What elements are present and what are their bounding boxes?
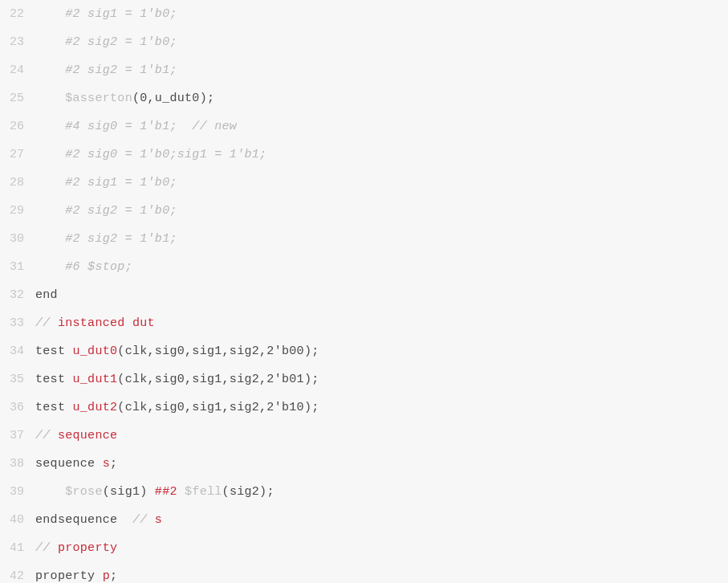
line-number: 22	[0, 0, 35, 28]
token: (clk,sig0,sig1,sig2,	[117, 344, 266, 358]
line-number: 25	[0, 84, 35, 112]
code-line: 35test u_dut1(clk,sig0,sig1,sig2,2'b01);	[0, 365, 728, 393]
line-number: 23	[0, 28, 35, 56]
token: //	[35, 541, 58, 555]
code-content: // sequence	[35, 422, 728, 450]
code-line: 24 #2 sig2 = 1'b1;	[0, 56, 728, 84]
code-line: 26 #4 sig0 = 1'b1; // new	[0, 112, 728, 141]
line-number: 35	[0, 365, 35, 393]
code-content: #2 sig1 = 1'b0;	[35, 0, 728, 28]
code-content: #2 sig2 = 1'b1;	[35, 225, 728, 253]
code-line: 34test u_dut0(clk,sig0,sig1,sig2,2'b00);	[0, 337, 728, 365]
line-number: 36	[0, 393, 35, 422]
code-content: // instanced dut	[35, 309, 728, 337]
token: 2	[266, 344, 274, 358]
code-line: 27 #2 sig0 = 1'b0;sig1 = 1'b1;	[0, 141, 728, 169]
token: property	[58, 541, 117, 555]
code-content: end	[35, 281, 728, 309]
code-line: 30 #2 sig2 = 1'b1;	[0, 225, 728, 253]
code-line: 29 #2 sig2 = 1'b0;	[0, 197, 728, 225]
token: #6 $stop;	[65, 260, 132, 274]
token: #4 sig0 = 1'b1; // new	[65, 120, 237, 133]
token: #2 sig2 = 1'b0;	[65, 35, 177, 49]
token: $rose	[65, 485, 103, 499]
token: //	[35, 429, 58, 442]
token: 'b10);	[275, 401, 319, 414]
token: (	[132, 92, 140, 105]
code-content: test u_dut1(clk,sig0,sig1,sig2,2'b01);	[35, 365, 728, 393]
code-content: #2 sig2 = 1'b0;	[35, 197, 728, 225]
line-number: 24	[0, 56, 35, 84]
token: sequence	[35, 457, 103, 471]
token: ,u_dut0);	[148, 92, 215, 105]
token: u_dut2	[73, 401, 118, 414]
token: u_dut0	[73, 344, 118, 358]
line-number: 39	[0, 478, 35, 506]
code-line: 22 #2 sig1 = 1'b0;	[0, 0, 728, 28]
line-number: 41	[0, 534, 35, 562]
code-line: 31 #6 $stop;	[0, 253, 728, 281]
token: 2	[266, 373, 274, 386]
code-line: 36test u_dut2(clk,sig0,sig1,sig2,2'b10);	[0, 393, 728, 422]
token: 0	[140, 92, 147, 105]
code-content: #2 sig0 = 1'b0;sig1 = 1'b1;	[35, 141, 728, 169]
token: ##2	[155, 485, 177, 499]
token: endsequence	[35, 513, 132, 527]
code-content: $rose(sig1) ##2 $fell(sig2);	[35, 478, 728, 506]
token: #2 sig0 = 1'b0;sig1 = 1'b1;	[65, 148, 266, 161]
token: 'b01);	[275, 373, 319, 386]
token: (sig2);	[222, 485, 275, 499]
token: ;	[110, 569, 117, 583]
token: $asserton	[65, 92, 132, 105]
token: (clk,sig0,sig1,sig2,	[117, 373, 266, 386]
token: #2 sig2 = 1'b1;	[65, 232, 177, 246]
code-line: 23 #2 sig2 = 1'b0;	[0, 28, 728, 56]
code-line: 37// sequence	[0, 422, 728, 450]
code-block: 22 #2 sig1 = 1'b0;23 #2 sig2 = 1'b0;24 #…	[0, 0, 728, 583]
code-content: #2 sig2 = 1'b0;	[35, 28, 728, 56]
token: end	[35, 288, 58, 302]
line-number: 33	[0, 309, 35, 337]
token: sequence	[58, 429, 117, 442]
token: #2 sig1 = 1'b0;	[65, 7, 177, 21]
token: test	[35, 373, 73, 386]
code-content: #2 sig2 = 1'b1;	[35, 56, 728, 84]
line-number: 30	[0, 225, 35, 253]
code-line: 40endsequence // s	[0, 506, 728, 534]
token	[177, 485, 185, 499]
line-number: 27	[0, 141, 35, 169]
line-number: 38	[0, 450, 35, 478]
token: 2	[266, 401, 274, 414]
code-line: 32end	[0, 281, 728, 309]
line-number: 40	[0, 506, 35, 534]
line-number: 34	[0, 337, 35, 365]
token: #2 sig2 = 1'b0;	[65, 204, 177, 218]
token: property	[35, 569, 103, 583]
token: u_dut1	[73, 373, 118, 386]
code-content: // property	[35, 534, 728, 562]
token: #2 sig2 = 1'b1;	[65, 63, 177, 77]
code-line: 33// instanced dut	[0, 309, 728, 337]
token: ;	[110, 457, 117, 471]
token: s	[155, 513, 162, 527]
code-line: 39 $rose(sig1) ##2 $fell(sig2);	[0, 478, 728, 506]
line-number: 37	[0, 422, 35, 450]
token: //	[35, 316, 58, 330]
line-number: 42	[0, 562, 35, 583]
code-content: $asserton(0,u_dut0);	[35, 84, 728, 112]
code-line: 38sequence s;	[0, 450, 728, 478]
token: #2 sig1 = 1'b0;	[65, 176, 177, 190]
line-number: 29	[0, 197, 35, 225]
code-line: 42property p;	[0, 562, 728, 583]
token: (sig1)	[103, 485, 155, 499]
code-content: test u_dut2(clk,sig0,sig1,sig2,2'b10);	[35, 393, 728, 422]
line-number: 26	[0, 112, 35, 141]
line-number: 32	[0, 281, 35, 309]
token: instanced dut	[58, 316, 155, 330]
code-line: 28 #2 sig1 = 1'b0;	[0, 169, 728, 197]
token: p	[103, 569, 110, 583]
code-content: #2 sig1 = 1'b0;	[35, 169, 728, 197]
token: $fell	[185, 485, 222, 499]
token: 'b00);	[275, 344, 319, 358]
code-content: #6 $stop;	[35, 253, 728, 281]
